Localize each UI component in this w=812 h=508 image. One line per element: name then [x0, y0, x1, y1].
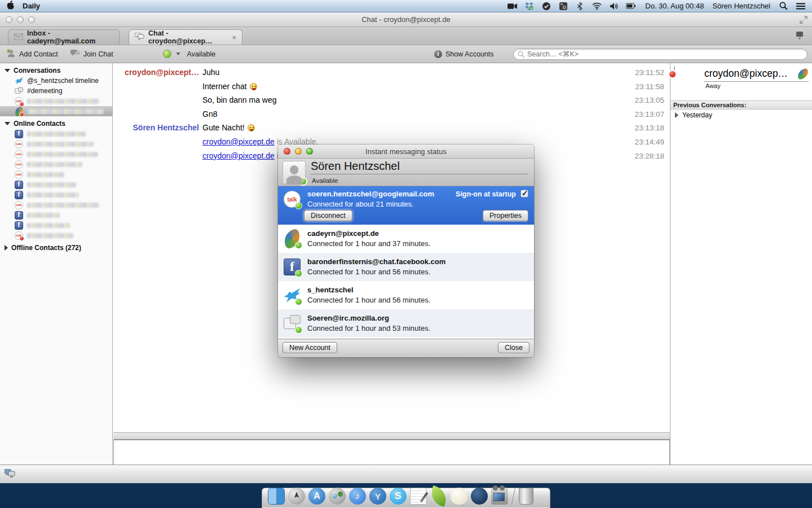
message-time: 23:13:05: [627, 96, 670, 104]
add-contact-icon: [7, 49, 16, 59]
wifi-icon[interactable]: [592, 2, 602, 10]
contact-item[interactable]: [0, 149, 112, 159]
nightly-dock-icon[interactable]: [471, 488, 488, 505]
unread-badge: [19, 102, 24, 107]
account-row-xmpp[interactable]: cadeyrn@pixcept.de Connected for 1 hour …: [278, 225, 534, 253]
fast-user-switch-menu[interactable]: Sören Hentzschel: [712, 2, 770, 10]
account-row-irc[interactable]: Soeren@irc.mozilla.org Connected for 1 h…: [278, 309, 534, 338]
irc-channel-icon: [15, 88, 21, 94]
textedit-dock-icon[interactable]: [410, 488, 427, 505]
dropbox-icon[interactable]: [524, 2, 534, 10]
menu-clock[interactable]: Do. 30. Aug 00:48: [645, 2, 704, 10]
conversation-item-demeeting[interactable]: #demeeting: [0, 86, 112, 96]
disclosure-triangle-icon[interactable]: [675, 112, 678, 118]
skype-dock-icon[interactable]: [390, 488, 407, 505]
finder-dock-icon[interactable]: [268, 488, 285, 505]
contact-link[interactable]: croydon@pixcept.de: [202, 151, 275, 160]
join-chat-button[interactable]: Join Chat: [70, 50, 113, 59]
away-status-icon: [668, 70, 677, 78]
checkmark-shield-icon[interactable]: [541, 2, 551, 10]
contact-item[interactable]: [0, 159, 112, 169]
conversation-item-selected[interactable]: [0, 106, 112, 116]
redacted-name: [27, 233, 73, 238]
spotlight-icon[interactable]: [779, 2, 788, 10]
chat-message: Interner chat 23:11:58: [113, 82, 670, 96]
redacted-name: [27, 223, 70, 228]
contact-item[interactable]: [0, 190, 112, 200]
new-account-button[interactable]: New Account: [283, 342, 337, 353]
egg-app-dock-icon[interactable]: [451, 488, 467, 505]
launchpad-dock-icon[interactable]: [288, 488, 305, 505]
app-store-dock-icon[interactable]: [308, 488, 325, 505]
status-label: Available: [187, 50, 216, 58]
chat-splitter[interactable]: [113, 432, 670, 440]
account-row-googletalk[interactable]: soeren.hentzschel@googlemail.com Connect…: [278, 186, 534, 225]
disconnect-button[interactable]: Disconnect: [304, 210, 352, 221]
disclosure-triangle-icon[interactable]: [5, 245, 8, 251]
close-button[interactable]: Close: [498, 342, 529, 353]
projector-app-dock-icon[interactable]: [491, 488, 508, 505]
contact-status: Away: [705, 82, 721, 89]
tree-app-dock-icon[interactable]: [369, 488, 386, 505]
battery-icon[interactable]: [626, 2, 636, 10]
previous-conversation-yesterday[interactable]: Yesterday: [670, 110, 812, 121]
fullscreen-icon[interactable]: [800, 16, 807, 26]
tab-inbox[interactable]: Inbox - cadeyrn@ymail.com: [8, 29, 120, 45]
window-title-bar[interactable]: Chat - croydon@pixcept.de: [0, 12, 812, 27]
contact-item[interactable]: [0, 200, 112, 210]
redacted-name: [27, 172, 64, 177]
conversations-header[interactable]: Conversations: [0, 65, 112, 76]
volume-icon[interactable]: [609, 2, 619, 10]
status-selector[interactable]: Available: [163, 50, 216, 58]
network-status-icon[interactable]: [5, 469, 16, 480]
irc-icon: [284, 318, 296, 329]
contact-link[interactable]: croydon@pixcept.de: [202, 137, 275, 146]
show-accounts-button[interactable]: i Show Accounts: [434, 50, 493, 58]
redacted-name: [27, 109, 104, 114]
trash-dock-icon[interactable]: [519, 488, 533, 505]
leaf-app-dock-icon[interactable]: [428, 485, 449, 507]
video-camera-icon[interactable]: [508, 2, 517, 10]
redacted-name: [27, 213, 60, 218]
dialog-title-bar[interactable]: Instant messaging status: [278, 144, 534, 159]
contact-item[interactable]: [0, 169, 112, 179]
conversation-item-redacted[interactable]: [0, 96, 112, 106]
properties-button[interactable]: Properties: [483, 210, 528, 221]
user-display-name[interactable]: Sören Hentzschel: [311, 160, 528, 174]
online-dot-icon: [295, 298, 302, 305]
user-avatar[interactable]: [283, 161, 306, 184]
apple-menu-icon[interactable]: [7, 1, 15, 11]
contact-item[interactable]: [0, 139, 112, 149]
disclosure-triangle-icon[interactable]: [5, 69, 10, 72]
offline-contacts-header[interactable]: Offline Contacts (272): [0, 243, 112, 253]
contact-item[interactable]: [0, 210, 112, 220]
notification-center-icon[interactable]: [796, 2, 805, 10]
add-contact-button[interactable]: Add Contact: [7, 49, 58, 59]
disclosure-triangle-icon[interactable]: [5, 122, 10, 125]
utility-dock-icon[interactable]: [329, 488, 346, 505]
show-accounts-icon: i: [434, 50, 442, 58]
all-tabs-icon[interactable]: [795, 32, 804, 42]
previous-conversations-header: Previous Conversations:: [670, 100, 812, 110]
tab-close-icon[interactable]: ×: [232, 33, 236, 42]
bluetooth-icon[interactable]: [575, 2, 585, 10]
tab-chat[interactable]: Chat - croydon@pixcep… ×: [129, 29, 242, 45]
active-app-name[interactable]: Daily: [23, 2, 40, 10]
contact-item[interactable]: [0, 220, 112, 230]
accounts-list: soeren.hentzschel@googlemail.com Connect…: [278, 186, 534, 339]
conversation-item-timeline[interactable]: @s_hentzschel timeline: [0, 76, 112, 86]
account-row-twitter[interactable]: s_hentzschel Connected for 1 hour and 56…: [278, 281, 534, 309]
online-contacts-header[interactable]: Online Contacts: [0, 119, 112, 129]
contact-name[interactable]: croydon@pixcep…: [704, 68, 797, 80]
user-status-message[interactable]: Available: [312, 177, 338, 184]
status-available-icon: [163, 50, 171, 58]
account-status: Connected for 1 hour and 56 minutes.: [307, 268, 430, 276]
contact-item[interactable]: [0, 129, 112, 139]
signon-checkbox[interactable]: [520, 190, 528, 198]
contact-item[interactable]: [0, 179, 112, 190]
disk-icon[interactable]: [558, 2, 568, 10]
contact-item[interactable]: [0, 230, 112, 240]
itunes-dock-icon[interactable]: [349, 488, 366, 505]
account-row-facebook[interactable]: baronderfinsternis@chat.facebook.com Con…: [278, 253, 534, 281]
search-input[interactable]: [513, 49, 807, 60]
